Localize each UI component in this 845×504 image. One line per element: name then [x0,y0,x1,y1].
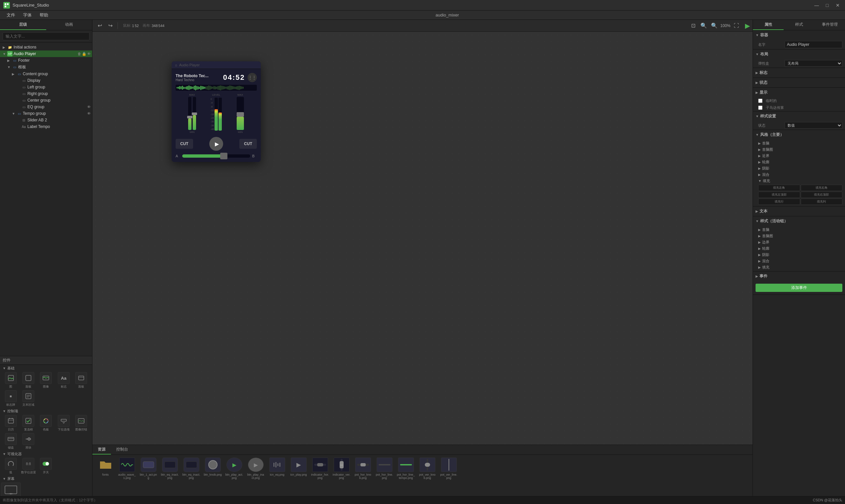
asset-fonts[interactable]: fonts [96,457,115,476]
tree-item-center-group[interactable]: ▭ Center group [0,97,92,104]
tab-events[interactable]: 事件管理 [814,20,845,30]
prop-section-header[interactable]: ▼ 布局 [753,50,845,59]
tree-action-lock[interactable]: 🔒 [82,52,87,56]
asset-btn-knob[interactable]: btn_knob.png [204,457,222,476]
tab-styles[interactable]: 样式 [784,20,814,30]
tab-animation[interactable]: 动画 [46,20,92,30]
temp-checkbox[interactable] [758,98,762,103]
prop-section-header[interactable]: ▼ 容器 [753,30,845,40]
play-button[interactable]: ▶ [745,22,750,30]
submain-checkbox[interactable] [758,106,762,110]
control-colorpicker[interactable]: 色板 [38,415,54,432]
tree-item-rootboard[interactable]: ▼ ▭ 根板 [0,64,92,71]
tab-hierarchy[interactable]: 层级 [0,20,46,30]
slider-v-2[interactable] [193,97,196,130]
prop-section-header[interactable]: ▶ 文本 [753,206,845,216]
control-image2[interactable]: 图像 [38,372,54,389]
prop-section-header[interactable]: ▶ 状态 [753,78,845,87]
control-switch[interactable]: 开关 [38,458,54,475]
slider-v-1[interactable] [188,97,191,130]
control-image[interactable]: 图 [3,372,19,389]
close-btn[interactable]: ✕ [834,1,842,9]
control-arc[interactable]: 弧 [3,458,19,475]
fill-item[interactable]: 填充右角 [801,185,843,191]
name-input[interactable] [785,41,842,48]
control-panel2[interactable]: 面板 [73,372,89,389]
tree-item-left-group[interactable]: ▭ Left group [0,84,92,90]
tab-console[interactable]: 控制台 [111,445,133,454]
theme-row[interactable]: ▶ 阴影 [758,165,842,172]
zoom-out-btn[interactable]: 🔍 [699,21,708,30]
section-screen[interactable]: ▼ 屏幕 [0,475,92,482]
canvas-area[interactable]: ⌂ Audio Player The Roboto Tec... Hard Te… [92,32,753,445]
menu-font[interactable]: 字体 [19,11,36,19]
ab-fader-track[interactable] [182,155,250,158]
tab-assets[interactable]: 资源 [92,445,111,454]
control-panel[interactable]: 面板 [20,372,36,389]
style-btn-row[interactable]: ▶ 填充 [758,264,842,270]
asset-pot-ver-line[interactable]: pot_ver_line.png [440,457,458,480]
tree-eye-icon[interactable]: 👁 [87,111,91,115]
theme-row[interactable]: ▶ 首脑 [758,140,842,146]
tree-item-footer[interactable]: ▶ ▭ Footer [0,57,92,64]
play-pause-button[interactable]: ▶ [209,137,223,151]
tree-item-initial-actions[interactable]: ▶ 📁 Initial actions [0,44,92,51]
control-calendar[interactable]: 日历 [3,415,19,432]
fill-item[interactable]: 填充左角 [758,185,800,191]
tree-item-content-group[interactable]: ▶ ▭ Content group [0,71,92,77]
asset-btn-eq-inact[interactable]: btn_eq_inact.png [161,457,179,480]
asset-pot-ver-knob[interactable]: pot_ver_knob.png [418,457,436,480]
ab-fader-thumb[interactable] [220,153,227,159]
prop-section-header[interactable]: ▼ 风格（主要） [753,130,845,140]
theme-row[interactable]: ▶ 首脑图 [758,146,842,153]
state-select[interactable]: 数值 默认 按下 [785,122,842,129]
tree-item-audio-player[interactable]: ▼ AP Audio Player 🗑 🔒 👁 [0,51,92,57]
style-btn-row[interactable]: ▶ 首脑图 [758,233,842,239]
theme-row[interactable]: ▶ 轮廓 [758,159,842,165]
section-visualizer[interactable]: ▼ 可视化器 [0,451,92,457]
cut-left-button[interactable]: CUT [176,139,193,149]
zoom-fullscreen-btn[interactable]: ⛶ [732,21,741,30]
section-controls[interactable]: ▼ 控制项 [0,408,92,414]
asset-btn1-act[interactable]: btn_1_act.png [139,457,157,480]
section-basic[interactable]: ▼ 基础 [0,365,92,372]
fill-item[interactable]: 填充列 [801,199,843,205]
style-btn-row[interactable]: ▶ 阴影 [758,252,842,258]
fill-item[interactable]: 填充行 [758,199,800,205]
asset-pot-hor-line[interactable]: pot_hor_line.png [375,457,393,480]
theme-row[interactable]: ▶ 混合 [758,172,842,178]
prop-section-header[interactable]: ▶ 显示 [753,88,845,97]
style-btn-row[interactable]: ▶ 边界 [758,239,842,246]
tree-item-display[interactable]: ▭ Display [0,77,92,84]
prop-section-header[interactable]: ▶ 标志 [753,68,845,77]
zoom-fit-btn[interactable]: ⊡ [689,21,698,30]
add-event-button[interactable]: 添加事件 [756,284,842,292]
tree-eye-icon[interactable]: 👁 [87,105,91,109]
search-input[interactable] [3,32,89,40]
asset-audio-wave[interactable]: audio_wave_1.png [118,457,136,480]
menu-file[interactable]: 文件 [3,11,19,19]
tab-properties[interactable]: 属性 [753,20,784,30]
tree-item-right-group[interactable]: ▭ Right group [0,90,92,97]
fill-item[interactable]: 填充左顶部 [758,192,800,198]
asset-icn-eq[interactable]: icn_eq.png [268,457,286,476]
control-imgbtn[interactable]: 图像控钮 [73,415,89,432]
style-btn-row[interactable]: ▶ 混合 [758,258,842,264]
control-dropdown[interactable]: 下拉选项 [55,415,72,432]
controls-title[interactable]: 控件 [0,356,92,365]
prop-section-header[interactable]: ▶ 事件 [753,271,845,281]
control-textarea[interactable]: 文本区域 [20,390,36,407]
prop-section-header[interactable]: ▼ 样式（活动钮） [753,216,845,226]
asset-indicator-ver[interactable]: indicator_ver.png [332,457,351,480]
tree-item-eq-group[interactable]: ▭ EQ group 👁 [0,104,92,110]
asset-indicator-hor[interactable]: indicator_hor.png [311,457,329,480]
layout-select[interactable]: 无布局 Flex Grid [785,60,842,67]
slider-v-r[interactable] [237,97,244,130]
asset-pot-hor-knob[interactable]: pot_hor_knob.png [354,457,372,480]
theme-row[interactable]: ▶ 近界 [758,153,842,159]
style-btn-row[interactable]: ▶ 首脑 [758,227,842,233]
asset-btn-play-inact[interactable]: ▶ btn_play_inact.png [247,457,265,480]
tree-item-tempo-group[interactable]: ▼ ▭ Tempo group 👁 [0,110,92,117]
style-btn-row[interactable]: ▶ 轮廓 [758,246,842,252]
control-checkbox[interactable]: 复选框 [20,415,36,432]
